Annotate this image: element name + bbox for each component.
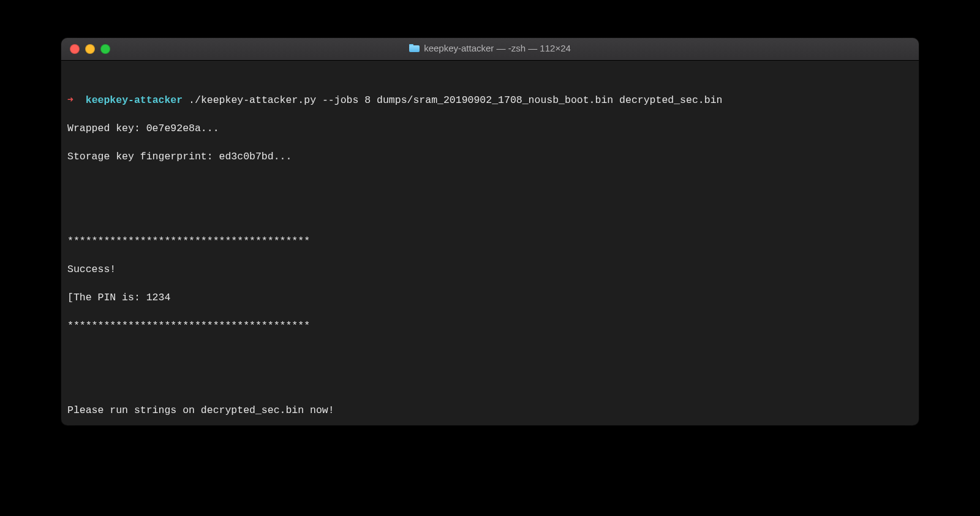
separator-line: **************************************** (67, 234, 913, 248)
command-1: ./keepkey-attacker.py --jobs 8 dumps/sra… (189, 94, 722, 106)
zoom-icon[interactable] (100, 44, 110, 54)
output-line: Storage key fingerprint: ed3c0b7bd... (67, 150, 913, 164)
hint-line: Please run strings on decrypted_sec.bin … (67, 403, 913, 417)
minimize-icon[interactable] (85, 44, 95, 54)
separator-line: **************************************** (67, 319, 913, 333)
terminal-output[interactable]: ➜ keepkey-attacker ./keepkey-attacker.py… (61, 61, 919, 425)
terminal-window: keepkey-attacker — -zsh — 112×24 ➜ keepk… (61, 38, 919, 425)
output-line: Wrapped key: 0e7e92e8a... (67, 121, 913, 135)
prompt-cwd: keepkey-attacker (86, 94, 183, 106)
pin-line: [The PIN is: 1234 (67, 290, 913, 305)
folder-icon (409, 44, 420, 52)
titlebar: keepkey-attacker — -zsh — 112×24 (61, 38, 919, 61)
success-line: Success! (67, 262, 913, 276)
window-controls (70, 44, 110, 54)
window-title: keepkey-attacker — -zsh — 112×24 (424, 43, 571, 53)
prompt-arrow-icon: ➜ (67, 94, 74, 106)
close-icon[interactable] (70, 44, 80, 54)
